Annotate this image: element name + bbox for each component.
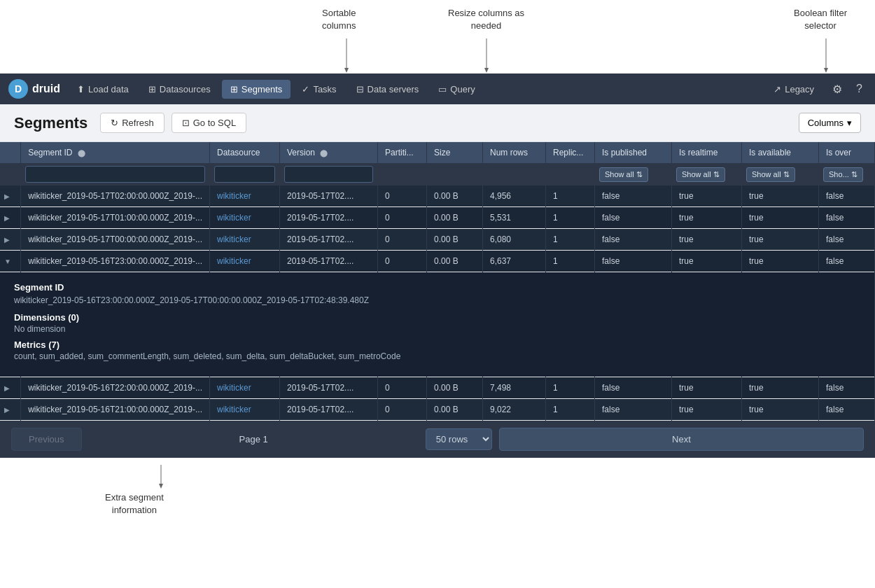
th-is-published[interactable]: Is published [595, 142, 672, 163]
refresh-button[interactable]: ↻ Refresh [100, 113, 164, 133]
bottom-annotation-area: Extra segmentinformation [0, 458, 875, 521]
annotation-resize-columns: Resize columns asneeded [448, 7, 524, 32]
datasource-cell-2: wikiticker [210, 229, 280, 251]
svg-marker-7 [159, 484, 163, 489]
row-expander-4[interactable]: ▶ [0, 377, 21, 399]
expanded-full-id: wikiticker_2019-05-16T23:00:00.000Z_2019… [14, 295, 860, 305]
tasks-icon: ✓ [302, 84, 309, 94]
help-button[interactable]: ? [852, 80, 867, 98]
th-is-available[interactable]: Is available [742, 142, 819, 163]
nav-tasks[interactable]: ✓ Tasks [293, 80, 344, 99]
previous-button[interactable]: Previous [11, 428, 82, 451]
nav-legacy[interactable]: ↗ Legacy [765, 80, 822, 99]
th-datasource[interactable]: Datasource [210, 142, 280, 163]
load-data-icon: ⬆ [77, 84, 85, 94]
columns-button[interactable]: Columns ▾ [799, 113, 861, 133]
chevron-down-icon: ▾ [847, 118, 852, 128]
row-expander-3[interactable]: ▼ [0, 251, 21, 272]
nav-datasources[interactable]: ⊞ Datasources [140, 80, 219, 99]
segment-id-cell-3: wikiticker_2019-05-16T23:00:00.000Z_2019… [21, 251, 210, 272]
isrealtime-cell-2: true [672, 229, 742, 251]
version-cell-1: 2019-05-17T02.... [280, 207, 378, 229]
th-size[interactable]: Size [427, 142, 483, 163]
segment-id-cell-5: wikiticker_2019-05-16T21:00:00.000Z_2019… [21, 399, 210, 421]
th-version[interactable]: Version ⬤ [280, 142, 378, 163]
pagination: Previous Page 1 50 rows 100 rows 200 row… [0, 421, 875, 458]
table-row: ▶ wikiticker_2019-05-17T00:00:00.000Z_20… [0, 229, 875, 251]
row-expander-0[interactable]: ▶ [0, 186, 21, 207]
th-segment-id[interactable]: Segment ID ⬤ [21, 142, 210, 163]
datasource-link-0[interactable]: wikiticker [217, 191, 251, 201]
replicas-cell-3: 1 [546, 251, 595, 272]
partition-cell-4: 0 [378, 377, 427, 399]
row-expander-1[interactable]: ▶ [0, 207, 21, 229]
partition-cell-1: 0 [378, 207, 427, 229]
th-num-rows[interactable]: Num rows [483, 142, 546, 163]
th-is-realtime[interactable]: Is realtime [672, 142, 742, 163]
sort-icon-version: ⬤ [320, 149, 328, 157]
replicas-cell-5: 1 [546, 399, 595, 421]
datasource-cell-3: wikiticker [210, 251, 280, 272]
datasource-link-2[interactable]: wikiticker [217, 234, 251, 244]
filter-is-over: Sho... ⇅ [819, 163, 875, 186]
annotation-lines [0, 0, 875, 74]
row-expander-5[interactable]: ▶ [0, 399, 21, 421]
datasource-cell-1: wikiticker [210, 207, 280, 229]
is-over-filter[interactable]: Sho... ⇅ [823, 167, 863, 182]
page-info: Page 1 [89, 434, 419, 444]
version-cell-5: 2019-05-17T02.... [280, 399, 378, 421]
datasource-link-4[interactable]: wikiticker [217, 383, 251, 393]
partition-cell-3: 0 [378, 251, 427, 272]
size-cell-1: 0.00 B [427, 207, 483, 229]
isavailable-cell-5: true [742, 399, 819, 421]
dimensions-value: No dimension [14, 324, 860, 334]
partition-cell-2: 0 [378, 229, 427, 251]
version-cell-2: 2019-05-17T02.... [280, 229, 378, 251]
numrows-cell-3: 6,637 [483, 251, 546, 272]
is-realtime-filter[interactable]: Show all ⇅ [676, 167, 725, 182]
nav-load-data[interactable]: ⬆ Load data [69, 80, 137, 99]
metrics-value: count, sum_added, sum_commentLength, sum… [14, 351, 860, 361]
isavailable-cell-3: true [742, 251, 819, 272]
segment-id-filter-input[interactable] [25, 166, 205, 183]
expanded-metrics: Metrics (7) count, sum_added, sum_commen… [14, 340, 860, 361]
filter-version [280, 163, 378, 186]
svg-marker-3 [484, 68, 489, 73]
nav-segments[interactable]: ⊞ Segments [222, 80, 291, 99]
is-published-filter[interactable]: Show all ⇅ [599, 167, 648, 182]
brand[interactable]: D druid [8, 79, 60, 99]
page-header: Segments ↻ Refresh ⊡ Go to SQL Columns ▾ [0, 104, 875, 142]
datasource-cell-0: wikiticker [210, 186, 280, 207]
isrealtime-cell-1: true [672, 207, 742, 229]
settings-button[interactable]: ⚙ [828, 80, 846, 99]
row-expander-2[interactable]: ▶ [0, 229, 21, 251]
isrealtime-cell-4: true [672, 377, 742, 399]
is-available-filter[interactable]: Show all ⇅ [746, 167, 795, 182]
goto-sql-button[interactable]: ⊡ Go to SQL [172, 113, 246, 133]
nav-data-servers[interactable]: ⊟ Data servers [348, 80, 428, 99]
datasource-link-1[interactable]: wikiticker [217, 213, 251, 223]
datasource-filter-input[interactable] [214, 166, 275, 183]
rows-per-page-select[interactable]: 50 rows 100 rows 200 rows [426, 428, 492, 450]
partition-cell-0: 0 [378, 186, 427, 207]
table-body: ▶ wikiticker_2019-05-17T02:00:00.000Z_20… [0, 186, 875, 421]
th-is-over[interactable]: Is over [819, 142, 875, 163]
isrealtime-cell-5: true [672, 399, 742, 421]
next-button[interactable]: Next [499, 428, 864, 451]
partition-cell-5: 0 [378, 399, 427, 421]
th-partition[interactable]: Partiti... [378, 142, 427, 163]
numrows-cell-5: 9,022 [483, 399, 546, 421]
brand-label: druid [32, 83, 60, 95]
datasource-link-3[interactable]: wikiticker [217, 256, 251, 266]
version-filter-input[interactable] [284, 166, 373, 183]
datasource-link-5[interactable]: wikiticker [217, 405, 251, 414]
isover-cell-2: false [819, 229, 875, 251]
expanded-dimensions: Dimensions (0) No dimension [14, 312, 860, 334]
nav-query[interactable]: ▭ Query [430, 80, 483, 99]
th-replicas[interactable]: Replic... [546, 142, 595, 163]
isover-cell-5: false [819, 399, 875, 421]
isrealtime-cell-0: true [672, 186, 742, 207]
datasource-cell-5: wikiticker [210, 399, 280, 421]
legacy-icon: ↗ [774, 84, 781, 94]
table-row: ▶ wikiticker_2019-05-17T02:00:00.000Z_20… [0, 186, 875, 207]
